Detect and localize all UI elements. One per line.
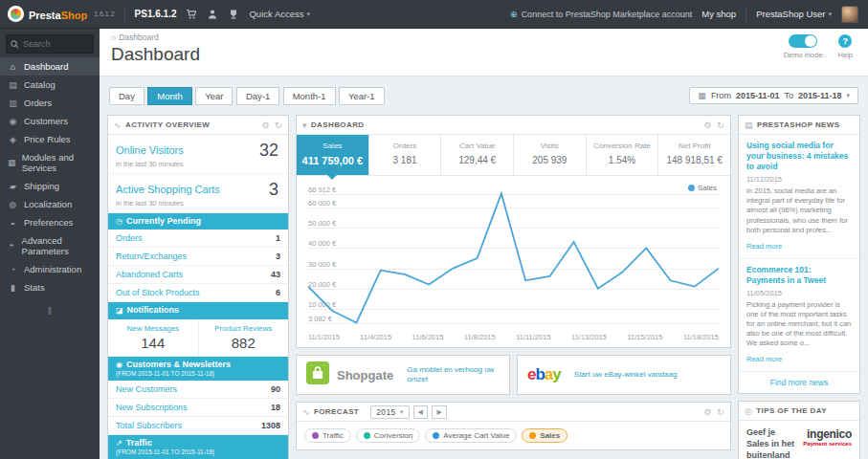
total-subscribers-row[interactable]: Total Subscribers1308 (108, 417, 288, 435)
sidebar-item-orders[interactable]: ▥Orders (0, 94, 100, 112)
x-axis-tick: 11/18/2015 (683, 333, 719, 341)
prestashop-home-link[interactable]: PrestaShop 1.6.1.2 (8, 6, 115, 23)
section-title: Notifications (127, 305, 180, 315)
ebay-logo: ebay (527, 365, 561, 384)
date-range-picker[interactable]: ▦ From 2015-11-01 To 2015-11-18 ▾ (689, 87, 858, 104)
forecast-legend: Traffic Conversion Average Cart Value Sa… (297, 422, 730, 449)
customer-icon[interactable] (207, 9, 218, 20)
x-axis-tick: 11/13/2015 (571, 333, 607, 341)
version-label: 1.6.1.2 (94, 11, 114, 17)
sidebar-item-stats[interactable]: ▮Stats (0, 278, 100, 296)
panel-title: TIPS OF THE DAY (756, 406, 854, 415)
sales-chart: Sales 66 912 €60 000 €50 000 €40 000 €30… (297, 176, 730, 347)
kpi-orders[interactable]: Orders3 181 (369, 135, 442, 175)
period-day-button[interactable]: Day (109, 87, 145, 105)
product-reviews-cell[interactable]: Product Reviews882 (198, 319, 289, 357)
search-input[interactable] (23, 39, 90, 49)
my-shop-link[interactable]: My shop (701, 9, 736, 19)
shopgate-cta-link[interactable]: Ga mobiel en verhoog uw omzet (407, 365, 500, 384)
activity-overview-panel: ∿ ACTIVITY OVERVIEW ⚙↻ Online Visitors 3… (107, 115, 289, 459)
new-messages-cell[interactable]: New Messages144 (108, 319, 198, 357)
period-month-button[interactable]: Month (147, 87, 191, 105)
new-subscriptions-row[interactable]: New Subscriptions18 (108, 399, 288, 417)
kpi-net-profit[interactable]: Net Profit148 918,51 € (658, 135, 730, 175)
online-visitors-link[interactable]: Online Visitors (116, 144, 184, 156)
sidebar-item-price-rules[interactable]: ◈Price Rules (0, 130, 100, 148)
calendar-icon: ▦ (698, 91, 706, 100)
previous-year-button[interactable]: ◀ (413, 405, 429, 419)
sidebar-item-shipping[interactable]: ▰Shipping (0, 177, 100, 195)
kpi-conversion-rate[interactable]: Conversion Rate1.54% (587, 135, 659, 175)
gear-icon[interactable]: ⚙ (262, 120, 270, 130)
news-article: Using social media for your business: 4 … (739, 135, 859, 259)
divider (746, 7, 746, 22)
sidebar-item-administration[interactable]: ◔Administration (0, 260, 100, 278)
x-axis-tick: 11/8/2015 (464, 333, 496, 341)
row-label: Out of Stock Products (116, 288, 200, 297)
gear-icon[interactable]: ⚙ (704, 120, 712, 130)
collapse-sidebar-button[interactable]: ‖ (0, 306, 100, 317)
sidebar-item-localization[interactable]: ◍Localization (0, 195, 100, 213)
read-more-link[interactable]: Read more (746, 242, 782, 251)
user-menu[interactable]: PrestaShop User▾ (756, 9, 832, 19)
x-axis-tick: 11/1/2015 (308, 333, 340, 341)
sidebar-item-modules[interactable]: ▦Modules and Services (0, 148, 100, 177)
help-icon[interactable]: ? (838, 34, 852, 48)
sidebar-item-label: Modules and Services (22, 152, 92, 173)
pending-orders-row[interactable]: Orders1 (108, 230, 288, 248)
cart-icon[interactable] (186, 9, 197, 20)
active-carts-link[interactable]: Active Shopping Carts (116, 184, 220, 195)
trophy-icon[interactable] (228, 9, 239, 20)
quick-access-label: Quick Access (249, 9, 303, 19)
ebay-cta-link[interactable]: Start uw eBay-winkel vandaag (574, 370, 678, 380)
refresh-icon[interactable]: ↻ (275, 120, 282, 130)
article-title-link[interactable]: Ecommerce 101: Payments in a Tweet (746, 265, 852, 286)
next-year-button[interactable]: ▶ (432, 405, 447, 419)
article-date: 11/05/2015 (746, 289, 852, 297)
gear-icon[interactable]: ⚙ (704, 407, 712, 417)
kpi-value: 3 181 (371, 155, 439, 165)
kpi-value: 205 939 (516, 155, 584, 165)
sidebar-item-advanced-parameters[interactable]: ◓Advanced Parameters (0, 231, 100, 260)
user-label: PrestaShop User (756, 9, 825, 19)
period-year-button[interactable]: Year (195, 87, 233, 105)
period-month-1-button[interactable]: Month-1 (283, 87, 336, 105)
demo-mode-label: Demo mode (784, 51, 823, 59)
forecast-legend-traffic[interactable]: Traffic (304, 428, 351, 443)
article-title-link[interactable]: Using social media for your business: 4 … (746, 141, 852, 172)
find-more-news-link[interactable]: Find more news (739, 372, 859, 393)
quick-access-menu[interactable]: Quick Access▾ (249, 9, 310, 19)
read-more-link[interactable]: Read more (746, 355, 782, 363)
period-day-1-button[interactable]: Day-1 (236, 87, 279, 105)
breadcrumb-label: Dashboard (119, 33, 159, 42)
kpi-cart-value[interactable]: Cart Value129,44 € (441, 135, 514, 175)
out-of-stock-row[interactable]: Out of Stock Products6 (108, 284, 288, 302)
forecast-legend-sales[interactable]: Sales (522, 428, 568, 443)
abandoned-carts-row[interactable]: Abandoned Carts43 (108, 266, 288, 284)
sales-line-series (308, 194, 719, 323)
forecast-legend-conversion[interactable]: Conversion (356, 428, 420, 443)
refresh-icon[interactable]: ↻ (717, 407, 724, 417)
toggle-knob (805, 35, 816, 47)
sidebar-item-label: Customers (24, 116, 68, 126)
kpi-visits[interactable]: Visits205 939 (514, 135, 587, 175)
period-year-1-button[interactable]: Year-1 (339, 87, 385, 105)
kpi-sales[interactable]: Sales411 759,00 € (297, 135, 369, 175)
refresh-icon[interactable]: ↻ (717, 120, 724, 130)
avatar[interactable] (841, 6, 858, 23)
forecast-legend-average-cart-value[interactable]: Average Cart Value (425, 428, 517, 443)
new-customers-row[interactable]: New Customers90 (108, 381, 288, 399)
sidebar-item-catalog[interactable]: ▤Catalog (0, 76, 100, 94)
sidebar-item-dashboard[interactable]: ⌂Dashboard (0, 57, 100, 76)
shop-name-link[interactable]: PS1.6.1.2 (135, 9, 177, 19)
sidebar-item-preferences[interactable]: ◒Preferences (0, 213, 100, 231)
pending-returns-row[interactable]: Return/Exchanges3 (108, 248, 288, 266)
legend-label: Average Cart Value (443, 431, 509, 440)
divider (124, 7, 125, 22)
sidebar-item-customers[interactable]: ◉Customers (0, 112, 100, 130)
marketplace-connect-link[interactable]: ⊕Connect to PrestaShop Marketplace accou… (510, 10, 692, 19)
traffic-icon: ↗ (116, 439, 122, 448)
year-select[interactable]: 2015▾ (370, 405, 409, 419)
demo-mode-toggle[interactable] (789, 34, 817, 48)
chart-x-axis: 11/1/201511/4/201511/6/201511/8/201511/1… (308, 333, 719, 341)
